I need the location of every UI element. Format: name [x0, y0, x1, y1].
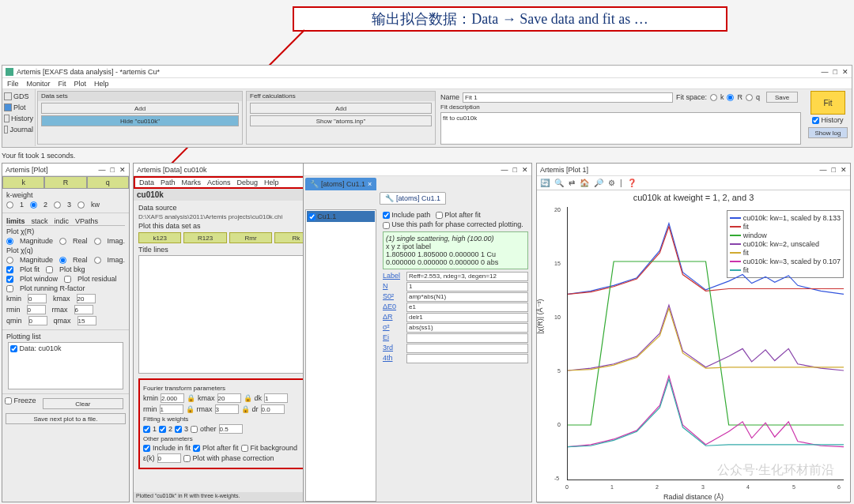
tb-gds[interactable]: GDS [4, 91, 33, 102]
param-dr[interactable] [406, 313, 528, 322]
window-buttons[interactable]: —□✕ [822, 68, 848, 76]
fit-desc-text[interactable]: fit to cu010k [440, 112, 801, 145]
chk-plotbkg[interactable] [46, 266, 53, 273]
history-checkbox[interactable] [812, 117, 819, 124]
tab-vpaths[interactable]: VPaths [75, 217, 98, 225]
side-item-cu[interactable]: Cu1.1 [307, 211, 375, 222]
tb-journal[interactable]: Journal [4, 124, 33, 135]
chk-plotafter[interactable] [193, 445, 200, 452]
fit-button[interactable]: Fit [811, 91, 845, 115]
fkw-other[interactable] [191, 426, 198, 433]
plot-tab-q[interactable]: q [87, 176, 129, 189]
chk-plotfit[interactable] [6, 266, 13, 273]
refresh-icon[interactable]: 🔄 [540, 179, 550, 187]
chk-plotres[interactable] [64, 276, 71, 283]
qmax-input[interactable] [77, 316, 96, 325]
dw-menu-debug[interactable]: Debug [237, 179, 259, 186]
clear-button[interactable]: Clear [43, 398, 123, 409]
showlog-button[interactable]: Show log [808, 127, 848, 138]
fit-name-input[interactable] [463, 92, 673, 103]
save-button[interactable]: Save [766, 92, 798, 103]
qmin-input[interactable] [28, 316, 47, 325]
rmin-input[interactable] [27, 305, 46, 314]
chk-plotrun[interactable] [6, 285, 13, 292]
plot-toolbar[interactable]: 🔄 🔍 ⇄ 🏠 🔎 ⚙ | ❓ [537, 176, 850, 190]
menu-help[interactable]: Help [94, 80, 109, 88]
tab-stack[interactable]: stack [32, 217, 48, 225]
tab-limits[interactable]: limits [6, 217, 25, 225]
lock-icon[interactable]: 🔒 [241, 405, 250, 413]
lock-icon[interactable]: 🔒 [244, 394, 252, 402]
plot-rmr[interactable]: Rmr [229, 232, 272, 243]
ft-kmax[interactable] [217, 393, 241, 403]
fitspace-k[interactable] [710, 94, 717, 101]
menu-plot[interactable]: Plot [74, 80, 87, 88]
fkw-2[interactable] [159, 426, 166, 433]
param-de0[interactable] [406, 303, 528, 312]
lock-icon[interactable]: 🔒 [186, 405, 195, 413]
fkw-1[interactable] [143, 426, 150, 433]
ft-kmin[interactable] [161, 393, 184, 403]
tb-history[interactable]: History [4, 113, 33, 124]
rmax-input[interactable] [74, 305, 93, 314]
plot-k123[interactable]: k123 [138, 232, 181, 243]
feff-add-button[interactable]: Add [250, 103, 432, 114]
plot-area[interactable]: cu010k at kweight = 1, 2, and 3 cu010k: … [537, 193, 850, 502]
xr-real[interactable] [59, 238, 66, 245]
xq-imag[interactable] [94, 257, 101, 264]
ft-dr[interactable] [261, 404, 285, 414]
chk-plotphase[interactable] [183, 455, 191, 462]
feff-show-button[interactable]: Show "atoms.inp" [250, 115, 432, 126]
param-ei[interactable] [406, 333, 528, 343]
fitspace-q[interactable] [746, 94, 753, 101]
kmin-input[interactable] [28, 294, 47, 303]
ft-rmax[interactable] [215, 404, 239, 414]
dw-menu-path[interactable]: Path [161, 179, 176, 186]
zoom-icon[interactable]: 🔍 [554, 179, 564, 187]
dw-menu-help[interactable]: Help [264, 179, 279, 186]
kw-1[interactable] [6, 201, 13, 209]
ft-dk[interactable] [264, 393, 288, 403]
fitspace-r[interactable] [727, 94, 734, 101]
lock-icon[interactable]: 🔒 [187, 394, 195, 402]
dw-menu-marks[interactable]: Marks [182, 179, 202, 186]
tab-indic[interactable]: indic [55, 217, 70, 225]
kmax-input[interactable] [77, 294, 96, 303]
xq-real[interactable] [59, 257, 66, 264]
list-data-item[interactable] [10, 345, 17, 352]
path-inner-tab[interactable]: 🔧[atoms] Cu1.1 [380, 192, 446, 205]
param-n[interactable] [406, 282, 528, 291]
freeze-checkbox[interactable]: Freeze [5, 397, 36, 411]
fkw-3[interactable] [175, 426, 182, 433]
home-icon[interactable]: 🏠 [580, 179, 589, 187]
tb-plot[interactable]: Plot [4, 102, 33, 113]
chk-plotwin[interactable] [6, 276, 13, 283]
main-menubar[interactable]: File Monitor Fit Plot Help [2, 78, 852, 89]
ft-rmin[interactable] [160, 404, 183, 414]
path-tab-1[interactable]: 🔧[atoms] Cu1.1× [305, 178, 376, 190]
xq-mag[interactable] [6, 257, 13, 264]
arrows-icon[interactable]: ⇄ [569, 179, 575, 187]
search-icon[interactable]: 🔎 [594, 179, 603, 187]
chk-include[interactable] [143, 445, 150, 452]
save-plot-button[interactable]: Save next plot to a file. [6, 413, 126, 424]
help-icon[interactable]: ❓ [627, 179, 637, 187]
fkw-other-val[interactable] [219, 424, 243, 434]
label-input[interactable] [406, 272, 528, 281]
menu-fit[interactable]: Fit [59, 80, 66, 88]
kw-3[interactable] [54, 201, 61, 209]
chk-usephase[interactable] [383, 222, 390, 229]
menu-monitor[interactable]: Monitor [27, 80, 51, 88]
chk-path-plotafter[interactable] [436, 212, 443, 219]
param-4th[interactable] [406, 354, 528, 363]
gear-icon[interactable]: ⚙ [608, 179, 615, 187]
plot-tab-k[interactable]: k [2, 176, 44, 189]
kw-kw[interactable] [77, 201, 85, 209]
dw-menu-data[interactable]: Data [139, 179, 154, 186]
xr-mag[interactable] [6, 238, 13, 245]
param-3rd[interactable] [406, 344, 528, 353]
eps-input[interactable] [157, 453, 181, 463]
datasets-hide-button[interactable]: Hide "cu010k" [41, 115, 239, 126]
menu-file[interactable]: File [7, 80, 19, 88]
plot-r123[interactable]: R123 [183, 232, 226, 243]
